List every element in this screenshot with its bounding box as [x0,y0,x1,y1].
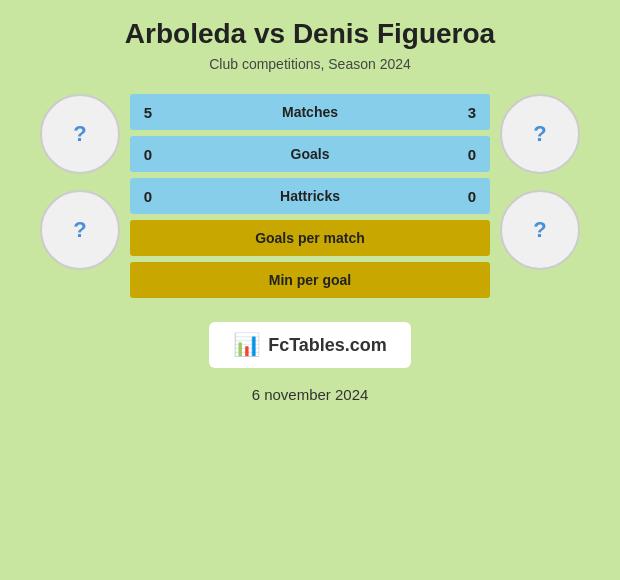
page-subtitle: Club competitions, Season 2024 [209,56,411,72]
page-title: Arboleda vs Denis Figueroa [125,18,495,50]
left-avatar-bottom-icon: ? [73,217,86,243]
left-player-avatar-bottom: ? [40,190,120,270]
date-text: 6 november 2024 [252,386,369,403]
hattricks-label: Hattricks [166,188,454,204]
hattricks-right-value: 0 [454,188,490,205]
stat-row-hattricks: 0 Hattricks 0 [130,178,490,214]
right-player-avatars: ? ? [500,94,580,270]
right-player-avatar-top: ? [500,94,580,174]
mpg-label: Min per goal [166,272,454,288]
goals-label: Goals [166,146,454,162]
matches-label: Matches [166,104,454,120]
goals-right-value: 0 [454,146,490,163]
stat-row-matches: 5 Matches 3 [130,94,490,130]
goals-left-value: 0 [130,146,166,163]
stat-row-min-per-goal: Min per goal [130,262,490,298]
hattricks-left-value: 0 [130,188,166,205]
right-player-avatar-bottom: ? [500,190,580,270]
gpm-label: Goals per match [166,230,454,246]
left-player-avatars: ? ? [40,94,120,270]
matches-right-value: 3 [454,104,490,121]
stats-bars: 5 Matches 3 0 Goals 0 0 Hattricks 0 Goal… [130,94,490,298]
logo-icon: 📊 [233,332,260,358]
stat-row-goals-per-match: Goals per match [130,220,490,256]
logo-text: FcTables.com [268,335,387,356]
left-avatar-top-icon: ? [73,121,86,147]
matches-left-value: 5 [130,104,166,121]
right-avatar-top-icon: ? [533,121,546,147]
stat-row-goals: 0 Goals 0 [130,136,490,172]
comparison-section: ? ? 5 Matches 3 0 Goals 0 0 Hattricks 0 … [40,94,580,298]
right-avatar-bottom-icon: ? [533,217,546,243]
left-player-avatar-top: ? [40,94,120,174]
logo-section: 📊 FcTables.com [209,322,411,368]
logo-box: 📊 FcTables.com [209,322,411,368]
